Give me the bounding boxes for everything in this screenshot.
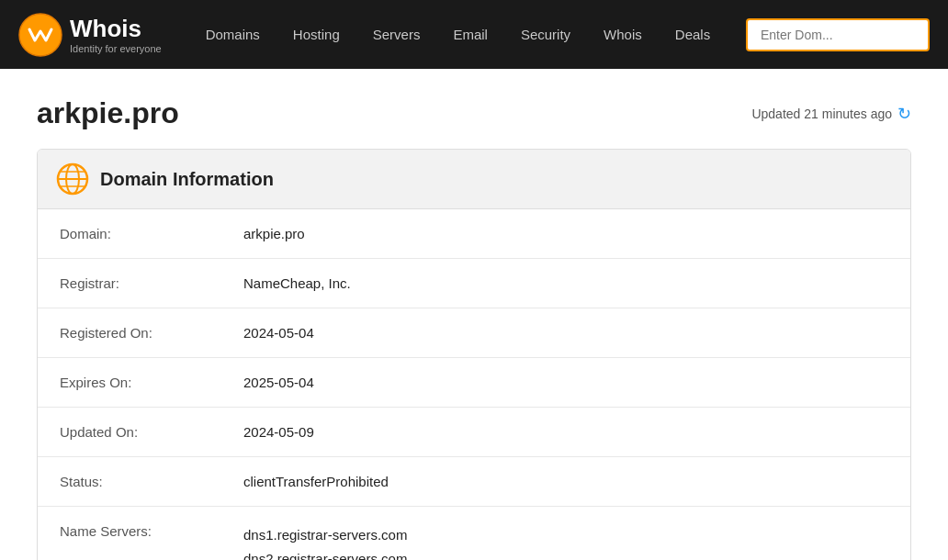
search-wrap [746, 18, 930, 51]
field-label-updated-on: Updated On: [38, 408, 221, 457]
refresh-icon[interactable]: ↻ [897, 104, 911, 124]
nav-item-whois[interactable]: Whois [587, 0, 659, 69]
info-card-header: Domain Information [38, 150, 910, 209]
nameserver-1: dns1.registrar-servers.com [243, 523, 888, 547]
field-value-expires-on: 2025-05-04 [221, 358, 910, 408]
logo-whois-label: Whois [70, 15, 162, 43]
www-icon [56, 162, 89, 196]
nav-item-servers[interactable]: Servers [356, 0, 437, 69]
field-label-status: Status: [38, 457, 221, 507]
table-row: Updated On: 2024-05-09 [38, 408, 910, 457]
updated-label: Updated 21 minutes ago [751, 106, 892, 121]
table-row: Domain: arkpie.pro [38, 209, 910, 259]
field-value-updated-on: 2024-05-09 [221, 408, 910, 457]
nav-item-email[interactable]: Email [436, 0, 504, 69]
nav-item-hosting[interactable]: Hosting [276, 0, 356, 69]
table-row: Registered On: 2024-05-04 [38, 308, 910, 358]
table-row: Registrar: NameCheap, Inc. [38, 259, 910, 308]
updated-info: Updated 21 minutes ago ↻ [751, 104, 911, 124]
field-value-registrar: NameCheap, Inc. [221, 259, 910, 308]
page-title: arkpie.pro [37, 96, 179, 130]
table-row: Status: clientTransferProhibited [38, 457, 910, 507]
field-value-status: clientTransferProhibited [221, 457, 910, 507]
field-label-registered-on: Registered On: [38, 308, 221, 358]
field-value-domain: arkpie.pro [221, 209, 910, 259]
main-content: arkpie.pro Updated 21 minutes ago ↻ Doma… [0, 69, 948, 560]
logo[interactable]: Whois Identity for everyone [18, 13, 162, 57]
info-card-title: Domain Information [100, 169, 274, 190]
field-label-registrar: Registrar: [38, 259, 221, 308]
search-input[interactable] [746, 18, 930, 51]
nav-item-deals[interactable]: Deals [659, 0, 727, 69]
table-row: Name Servers: dns1.registrar-servers.com… [38, 507, 910, 561]
nav-item-security[interactable]: Security [504, 0, 587, 69]
table-row: Expires On: 2025-05-04 [38, 358, 910, 408]
field-value-registered-on: 2024-05-04 [221, 308, 910, 358]
nameserver-2: dns2.registrar-servers.com [243, 547, 888, 561]
domain-title-row: arkpie.pro Updated 21 minutes ago ↻ [37, 96, 911, 130]
domain-info-card: Domain Information Domain: arkpie.pro Re… [37, 149, 911, 560]
field-label-domain: Domain: [38, 209, 221, 259]
field-label-name-servers: Name Servers: [38, 507, 221, 561]
whois-logo-icon [18, 13, 62, 57]
nav-item-domains[interactable]: Domains [189, 0, 276, 69]
header: Whois Identity for everyone Domains Host… [0, 0, 948, 69]
logo-tagline: Identity for everyone [70, 43, 162, 54]
field-value-name-servers: dns1.registrar-servers.com dns2.registra… [221, 507, 910, 561]
field-label-expires-on: Expires On: [38, 358, 221, 408]
svg-point-0 [19, 14, 62, 56]
main-nav: Domains Hosting Servers Email Security W… [189, 0, 746, 69]
domain-info-table: Domain: arkpie.pro Registrar: NameCheap,… [38, 209, 910, 560]
